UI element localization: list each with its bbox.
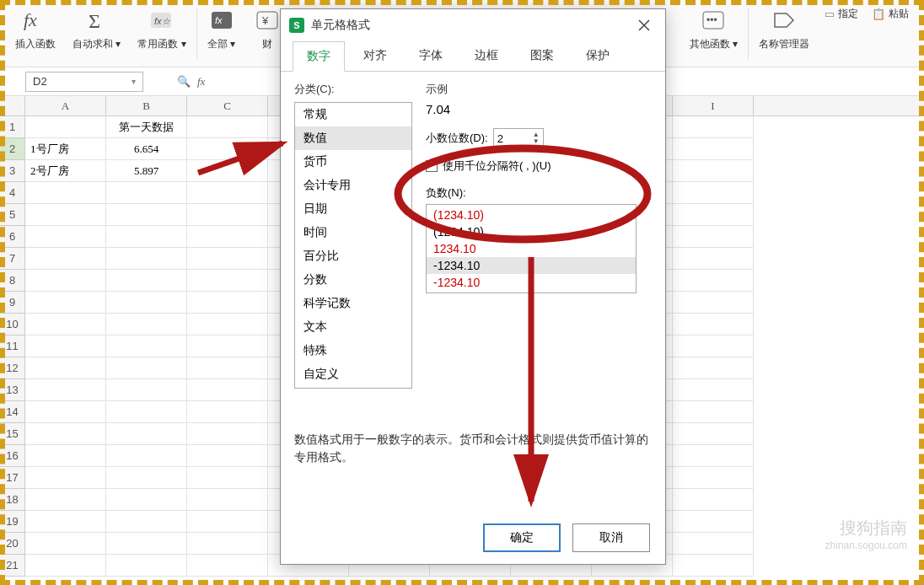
negative-format-item-3[interactable]: -1234.10 (427, 257, 636, 274)
row-header-9[interactable]: 9 (0, 292, 25, 314)
cell-I13[interactable] (673, 379, 754, 401)
cell-A14[interactable] (25, 401, 106, 423)
cell-A4[interactable] (25, 182, 106, 204)
cell-C12[interactable] (187, 357, 268, 379)
dialog-tab-2[interactable]: 字体 (406, 41, 456, 71)
cell-A7[interactable] (25, 248, 106, 270)
row-header-14[interactable]: 14 (0, 401, 25, 423)
cell-C21[interactable] (187, 555, 268, 577)
cell-B6[interactable] (106, 226, 187, 248)
cell-B12[interactable] (106, 357, 187, 379)
column-header-A[interactable]: A (25, 96, 106, 115)
cell-C10[interactable] (187, 314, 268, 335)
column-header-I[interactable]: I (673, 96, 754, 115)
cell-B9[interactable] (106, 292, 187, 314)
row-header-1[interactable]: 1 (0, 116, 25, 138)
category-item-5[interactable]: 时间 (295, 221, 411, 244)
cell-C19[interactable] (187, 511, 268, 533)
cell-B11[interactable] (106, 335, 187, 357)
cell-C13[interactable] (187, 379, 268, 401)
cell-B20[interactable] (106, 533, 187, 555)
row-header-13[interactable]: 13 (0, 379, 25, 401)
column-header-B[interactable]: B (106, 96, 187, 115)
close-button[interactable] (631, 13, 657, 38)
category-item-6[interactable]: 百分比 (295, 244, 411, 268)
category-item-2[interactable]: 货币 (295, 150, 411, 174)
cell-B19[interactable] (106, 511, 187, 533)
row-header-7[interactable]: 7 (0, 248, 25, 270)
cell-C1[interactable] (187, 116, 268, 138)
category-list[interactable]: 常规数值货币会计专用日期时间百分比分数科学记数文本特殊自定义 (294, 102, 412, 389)
dialog-tab-0[interactable]: 数字 (293, 41, 345, 72)
cell-A9[interactable] (25, 292, 106, 314)
cell-A2[interactable]: 1号厂房 (25, 138, 106, 160)
cell-I10[interactable] (673, 314, 754, 335)
row-header-15[interactable]: 15 (0, 423, 25, 445)
common-functions-button[interactable]: fx☆ 常用函数 ▾ (131, 3, 192, 55)
cell-I5[interactable] (673, 204, 754, 226)
category-item-10[interactable]: 特殊 (295, 339, 411, 362)
cell-C2[interactable] (187, 138, 268, 160)
cell-A11[interactable] (25, 335, 106, 357)
cell-C9[interactable] (187, 292, 268, 314)
cell-A5[interactable] (25, 204, 106, 226)
dialog-tab-5[interactable]: 保护 (572, 41, 623, 71)
insert-function-button[interactable]: fx 插入函数 (8, 3, 62, 55)
negative-format-item-4[interactable]: -1234.10 (427, 274, 636, 291)
cell-B2[interactable]: 6.654 (106, 138, 187, 160)
dialog-tab-3[interactable]: 边框 (461, 41, 512, 71)
cell-B1[interactable]: 第一天数据 (106, 116, 187, 138)
cell-C11[interactable] (187, 335, 268, 357)
cell-I16[interactable] (673, 445, 754, 467)
cancel-button[interactable]: 取消 (572, 523, 650, 552)
row-header-18[interactable]: 18 (0, 489, 25, 511)
paste-button[interactable]: 📋 粘贴 (867, 3, 914, 24)
cell-I20[interactable] (673, 533, 754, 555)
cell-B14[interactable] (106, 401, 187, 423)
cell-A6[interactable] (25, 226, 106, 248)
dialog-tab-4[interactable]: 图案 (517, 41, 567, 71)
cell-A21[interactable] (25, 555, 106, 577)
cell-B21[interactable] (106, 555, 187, 577)
cell-I14[interactable] (673, 401, 754, 423)
category-item-11[interactable]: 自定义 (295, 362, 411, 386)
row-header-20[interactable]: 20 (0, 533, 25, 555)
dialog-tab-1[interactable]: 对齐 (350, 41, 400, 71)
cell-B15[interactable] (106, 423, 187, 445)
cell-A16[interactable] (25, 445, 106, 467)
row-header-3[interactable]: 3 (0, 160, 25, 182)
ok-button[interactable]: 确定 (483, 523, 561, 552)
cell-C17[interactable] (187, 467, 268, 489)
thousands-separator-checkbox[interactable] (426, 160, 438, 172)
cell-I7[interactable] (673, 248, 754, 270)
cell-A20[interactable] (25, 533, 106, 555)
cell-A19[interactable] (25, 511, 106, 533)
cell-C8[interactable] (187, 270, 268, 292)
cell-I19[interactable] (673, 511, 754, 533)
cell-A15[interactable] (25, 423, 106, 445)
cell-B17[interactable] (106, 467, 187, 489)
cell-A18[interactable] (25, 489, 106, 511)
cell-C14[interactable] (187, 401, 268, 423)
cell-C16[interactable] (187, 445, 268, 467)
column-header-C[interactable]: C (187, 96, 268, 115)
row-header-4[interactable]: 4 (0, 182, 25, 204)
cell-I8[interactable] (673, 270, 754, 292)
name-box[interactable]: D2 ▾ (25, 72, 143, 92)
category-item-0[interactable]: 常规 (295, 103, 411, 126)
row-header-10[interactable]: 10 (0, 314, 25, 335)
cell-C15[interactable] (187, 423, 268, 445)
cell-I4[interactable] (673, 182, 754, 204)
cell-A10[interactable] (25, 314, 106, 335)
row-header-11[interactable]: 11 (0, 335, 25, 357)
specify-button[interactable]: ▭ 指定 (819, 3, 863, 24)
name-manager-button[interactable]: 名称管理器 (752, 3, 816, 55)
row-header-17[interactable]: 17 (0, 467, 25, 489)
row-header-21[interactable]: 21 (0, 555, 25, 577)
cell-I3[interactable] (673, 160, 754, 182)
category-item-8[interactable]: 科学记数 (295, 292, 411, 315)
row-header-2[interactable]: 2 (0, 138, 25, 160)
cell-A13[interactable] (25, 379, 106, 401)
cell-C20[interactable] (187, 533, 268, 555)
fx-label-icon[interactable]: fx (197, 75, 205, 89)
